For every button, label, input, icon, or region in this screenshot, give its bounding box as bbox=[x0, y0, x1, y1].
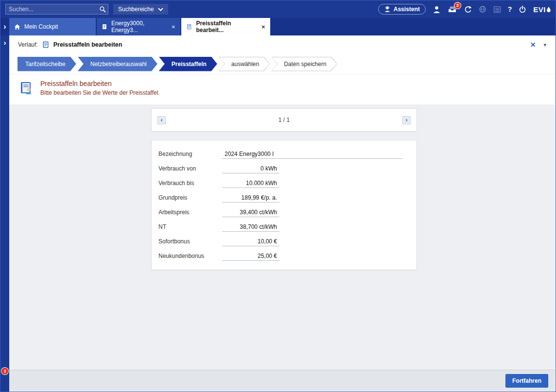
pager-card: ‹ 1 / 1 › bbox=[151, 108, 417, 132]
search-scope-button[interactable]: Suchbereiche bbox=[113, 4, 168, 15]
field-label: Bezeichnung bbox=[158, 151, 222, 157]
globe-icon[interactable] bbox=[479, 5, 486, 13]
tab-label: Mein Cockpit bbox=[24, 23, 58, 30]
history-dropdown-caret[interactable]: ▾ bbox=[543, 42, 546, 48]
book-user-icon bbox=[19, 81, 34, 95]
bottom-action-bar: Fortfahren bbox=[9, 370, 555, 391]
top-bar-actions: Assistent 3 ? EVI bbox=[378, 4, 551, 15]
tab-label: Preisstaffeln bearbeit... bbox=[196, 20, 257, 34]
wizard-step-tarifzeitscheibe[interactable]: Tarifzeitscheibe bbox=[17, 57, 76, 71]
workflow-icon bbox=[42, 41, 50, 49]
verbrauch-von-field[interactable] bbox=[222, 164, 279, 173]
page-subtitle: Bitte bearbeiten Sie die Werte der Preis… bbox=[40, 89, 160, 96]
wizard-step-daten-speichern[interactable]: Daten speichern bbox=[271, 57, 337, 71]
inbox-icon[interactable]: 3 bbox=[448, 5, 457, 13]
pager-next-button[interactable]: › bbox=[402, 116, 411, 124]
form-row-neukundenbonus: Neukundenbonus bbox=[158, 249, 410, 263]
form-row-verbrauch-von: Verbrauch von bbox=[158, 161, 410, 176]
search-box[interactable] bbox=[5, 4, 108, 15]
assistant-label: Assistent bbox=[394, 6, 420, 13]
document-icon bbox=[102, 23, 107, 30]
form-row-nt: NT bbox=[158, 220, 410, 234]
wizard-step-label: Preisstaffeln bbox=[172, 61, 207, 68]
field-label: Sofortbonus bbox=[158, 238, 222, 245]
tab-bar: › Mein Cockpit Energy3000, Energy3... ✕ … bbox=[0, 18, 556, 35]
field-label: Neukundenbonus bbox=[158, 253, 222, 259]
bezeichnung-field[interactable] bbox=[222, 150, 403, 159]
user-icon[interactable] bbox=[433, 5, 441, 14]
continue-button[interactable]: Fortfahren bbox=[505, 374, 548, 388]
redo-icon[interactable] bbox=[464, 5, 472, 13]
history-label: Verlauf: bbox=[18, 41, 38, 48]
list-icon[interactable] bbox=[493, 6, 501, 13]
price-tier-form: Bezeichnung Verbrauch von Verbrauch bis … bbox=[151, 140, 417, 270]
wizard-step-label: Netzbetreiberauswahl bbox=[90, 61, 147, 68]
tab-label: Energy3000, Energy3... bbox=[111, 20, 168, 34]
tab-overflow-chevron[interactable]: › bbox=[0, 18, 9, 35]
pager-prev-button[interactable]: ‹ bbox=[157, 116, 166, 124]
field-label: Arbeitspreis bbox=[158, 209, 222, 216]
tab-close-icon[interactable]: ✕ bbox=[172, 24, 175, 30]
field-label: NT bbox=[158, 223, 222, 230]
top-bar: Suchbereiche Assistent 3 bbox=[0, 0, 556, 18]
form-row-sofortbonus: Sofortbonus bbox=[158, 234, 410, 249]
arbeitspreis-field[interactable] bbox=[222, 208, 279, 217]
assistant-button[interactable]: Assistent bbox=[378, 4, 426, 15]
wizard-step-label: Daten speichern bbox=[284, 61, 326, 68]
help-button[interactable]: ? bbox=[508, 5, 512, 13]
field-label: Grundpreis bbox=[158, 194, 222, 201]
verbrauch-bis-field[interactable] bbox=[222, 179, 279, 188]
field-label: Verbrauch bis bbox=[158, 180, 222, 187]
pager-position: 1 / 1 bbox=[278, 117, 290, 123]
page-header: Preisstaffeln bearbeiten Bitte bearbeite… bbox=[9, 74, 555, 104]
tab-energy3000[interactable]: Energy3000, Energy3... ✕ bbox=[97, 18, 180, 35]
history-row: Verlauf: Preisstaffeln bearbeiten ✕ ▾ bbox=[9, 35, 555, 54]
power-icon[interactable] bbox=[519, 5, 526, 13]
wizard-step-preisstaffeln[interactable]: Preisstaffeln bbox=[159, 57, 217, 71]
history-current-item[interactable]: Preisstaffeln bearbeiten bbox=[53, 41, 122, 48]
tab-mein-cockpit[interactable]: Mein Cockpit bbox=[9, 18, 96, 35]
wizard-step-label: auswählen bbox=[231, 61, 259, 68]
form-row-arbeitspreis: Arbeitspreis bbox=[158, 205, 410, 220]
brand-logo: EVI bbox=[533, 5, 551, 14]
droplet-icon bbox=[547, 7, 551, 12]
corner-notification-badge[interactable]: 3 bbox=[1, 368, 8, 375]
nt-field[interactable] bbox=[222, 222, 279, 232]
wizard-step-auswaehlen[interactable]: auswählen bbox=[219, 57, 270, 71]
application-window: Suchbereiche Assistent 3 bbox=[0, 0, 556, 392]
assistant-icon bbox=[384, 6, 391, 13]
expand-panel-chevron[interactable]: › bbox=[0, 38, 9, 47]
home-icon bbox=[14, 24, 20, 30]
page-title: Preisstaffeln bearbeiten bbox=[40, 80, 160, 87]
work-area: ‹ 1 / 1 › Bezeichnung Verbrauch von Verb… bbox=[9, 104, 555, 370]
search-input[interactable] bbox=[6, 6, 97, 13]
form-row-verbrauch-bis: Verbrauch bis bbox=[158, 176, 410, 190]
chevron-down-icon bbox=[158, 8, 163, 11]
inbox-notification-badge: 3 bbox=[454, 2, 461, 9]
tab-preisstaffeln-bearbeiten[interactable]: Preisstaffeln bearbeit... ✕ bbox=[181, 18, 270, 35]
close-workflow-icon[interactable]: ✕ bbox=[530, 41, 536, 49]
sofortbonus-field[interactable] bbox=[222, 237, 279, 246]
grundpreis-field[interactable] bbox=[222, 193, 279, 203]
document-icon bbox=[186, 23, 192, 30]
neukundenbonus-field[interactable] bbox=[222, 252, 279, 261]
form-row-bezeichnung: Bezeichnung bbox=[158, 147, 410, 161]
tab-close-icon[interactable]: ✕ bbox=[261, 24, 265, 30]
search-icon[interactable] bbox=[97, 6, 108, 13]
brand-text: EVI bbox=[533, 5, 546, 14]
form-row-grundpreis: Grundpreis bbox=[158, 190, 410, 205]
wizard-step-label: Tarifzeitscheibe bbox=[25, 61, 66, 68]
wizard-steps: Tarifzeitscheibe Netzbetreiberauswahl Pr… bbox=[9, 54, 555, 74]
left-panel-strip: › bbox=[0, 35, 9, 392]
wizard-step-netzbetreiberauswahl[interactable]: Netzbetreiberauswahl bbox=[78, 57, 157, 71]
search-scope-label: Suchbereiche bbox=[118, 6, 154, 13]
content-area: Verlauf: Preisstaffeln bearbeiten ✕ ▾ Ta… bbox=[9, 35, 555, 391]
field-label: Verbrauch von bbox=[158, 165, 222, 172]
